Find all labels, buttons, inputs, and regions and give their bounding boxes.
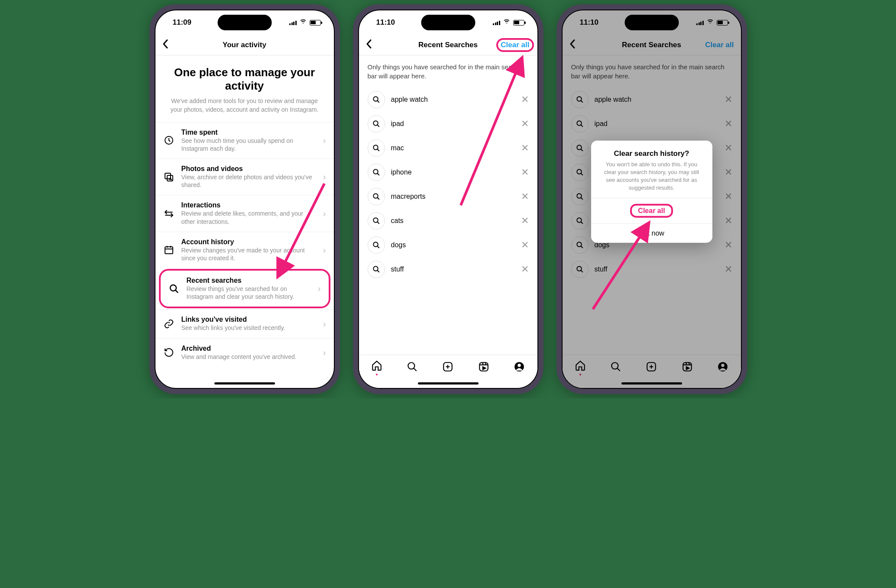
svg-line-67: [686, 362, 687, 365]
remove-search-button[interactable]: ✕: [521, 265, 529, 274]
remove-search-button[interactable]: ✕: [725, 240, 732, 250]
remove-search-button[interactable]: ✕: [725, 119, 732, 129]
home-indicator[interactable]: [418, 382, 479, 384]
svg-point-58: [577, 266, 582, 271]
nav-bar: Recent Searches Clear all: [563, 35, 741, 55]
svg-line-53: [581, 197, 583, 200]
tab-create[interactable]: [442, 361, 453, 374]
svg-line-59: [581, 270, 583, 272]
back-button[interactable]: [569, 38, 576, 52]
search-row[interactable]: stuff ✕: [563, 257, 741, 281]
search-row[interactable]: macreports ✕: [359, 184, 537, 209]
page-title: Your activity: [223, 41, 266, 49]
search-row[interactable]: apple watch ✕: [563, 87, 741, 112]
svg-line-23: [377, 197, 379, 200]
svg-line-19: [377, 149, 379, 151]
cellular-icon: [289, 20, 297, 25]
search-row[interactable]: cats ✕: [359, 209, 537, 233]
search-row[interactable]: ipad ✕: [359, 112, 537, 136]
tab-profile[interactable]: [514, 361, 525, 374]
svg-line-55: [581, 222, 583, 224]
home-indicator[interactable]: [621, 382, 682, 384]
svg-rect-6: [165, 247, 173, 254]
tab-reels[interactable]: [478, 361, 489, 374]
confirm-modal: Clear search history? You won't be able …: [591, 140, 712, 243]
tab-reels[interactable]: [682, 361, 693, 374]
svg-marker-3: [169, 178, 171, 180]
remove-search-button[interactable]: ✕: [725, 168, 732, 177]
svg-point-48: [577, 145, 582, 150]
remove-search-button[interactable]: ✕: [725, 143, 732, 153]
modal-not-now-button[interactable]: Not now: [591, 223, 712, 243]
search-term: apple watch: [391, 96, 515, 103]
clear-all-button[interactable]: Clear all: [705, 41, 734, 49]
searches-list: apple watch ✕ ipad ✕ mac ✕ iphone ✕ macr…: [359, 87, 537, 281]
svg-point-14: [373, 97, 378, 101]
tab-profile[interactable]: [717, 361, 728, 374]
svg-line-29: [377, 270, 379, 272]
svg-line-31: [414, 368, 417, 371]
search-icon: [571, 91, 589, 108]
search-icon: [168, 284, 180, 294]
search-row[interactable]: stuff ✕: [359, 257, 537, 281]
search-row[interactable]: iphone ✕: [359, 160, 537, 184]
svg-point-10: [170, 285, 176, 291]
tab-search[interactable]: [407, 361, 418, 374]
search-row[interactable]: mac ✕: [359, 136, 537, 160]
back-button[interactable]: [162, 38, 168, 52]
item-recent-searches[interactable]: Recent searchesReview things you've sear…: [159, 269, 330, 308]
phone-frame-1: 11:09 Your activity One place to manage …: [149, 4, 340, 394]
search-icon: [368, 91, 385, 108]
remove-search-button[interactable]: ✕: [521, 168, 529, 177]
tab-home[interactable]: [371, 360, 382, 375]
remove-search-button[interactable]: ✕: [521, 119, 529, 129]
remove-search-button[interactable]: ✕: [725, 192, 732, 201]
search-row[interactable]: apple watch ✕: [359, 87, 537, 112]
wifi-icon: [706, 18, 714, 27]
modal-clear-all-button[interactable]: Clear all: [591, 198, 712, 223]
dynamic-island: [217, 15, 272, 30]
svg-line-68: [689, 362, 689, 365]
back-button[interactable]: [366, 38, 372, 52]
item-time-spent[interactable]: Time spentSee how much time you usually …: [155, 122, 334, 158]
clear-all-button[interactable]: Clear all: [501, 41, 529, 49]
svg-line-21: [377, 173, 379, 175]
tab-create[interactable]: [646, 361, 657, 374]
remove-search-button[interactable]: ✕: [725, 95, 732, 104]
wifi-icon: [299, 18, 307, 27]
item-interactions[interactable]: InteractionsReview and delete likes, com…: [155, 195, 334, 231]
svg-point-28: [373, 266, 378, 271]
remove-search-button[interactable]: ✕: [725, 265, 732, 274]
svg-point-46: [577, 121, 582, 126]
svg-point-20: [373, 169, 378, 174]
clock-icon: [163, 135, 175, 145]
svg-point-24: [373, 218, 378, 223]
svg-line-49: [581, 149, 583, 151]
hero-subtitle: We've added more tools for you to review…: [168, 97, 322, 114]
search-icon: [368, 139, 385, 157]
svg-point-18: [373, 145, 378, 150]
item-account-history[interactable]: Account historyReview changes you've mad…: [155, 232, 334, 268]
remove-search-button[interactable]: ✕: [521, 240, 529, 250]
item-archived[interactable]: ArchivedView and manage content you've a…: [155, 338, 334, 367]
item-links-visited[interactable]: Links you've visitedSee which links you'…: [155, 309, 334, 338]
remove-search-button[interactable]: ✕: [521, 95, 529, 104]
search-row[interactable]: ipad ✕: [563, 112, 741, 136]
dynamic-island: [624, 15, 679, 30]
chevron-right-icon: ›: [323, 319, 326, 329]
svg-line-61: [617, 368, 620, 371]
item-photos-videos[interactable]: Photos and videosView, archive or delete…: [155, 158, 334, 195]
svg-point-70: [718, 362, 728, 372]
search-icon: [571, 261, 589, 278]
search-row[interactable]: dogs ✕: [359, 233, 537, 257]
search-term: macreports: [391, 193, 515, 200]
tab-home[interactable]: [575, 360, 586, 375]
page-title: Recent Searches: [418, 41, 478, 49]
calendar-icon: [163, 245, 175, 255]
remove-search-button[interactable]: ✕: [521, 192, 529, 201]
remove-search-button[interactable]: ✕: [521, 216, 529, 226]
home-indicator[interactable]: [214, 382, 275, 384]
tab-search[interactable]: [610, 361, 621, 374]
remove-search-button[interactable]: ✕: [521, 143, 529, 153]
remove-search-button[interactable]: ✕: [725, 216, 732, 226]
